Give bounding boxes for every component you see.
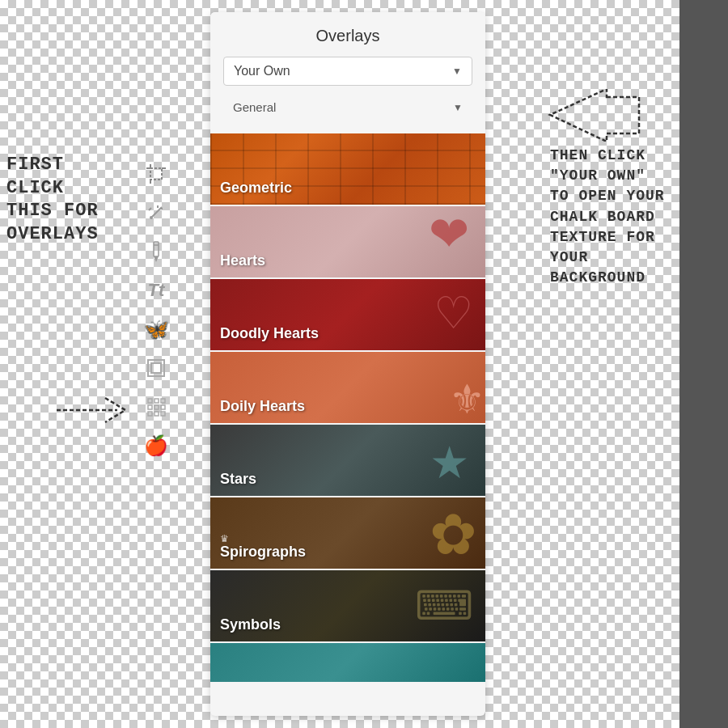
geometric-label: Geometric — [220, 180, 292, 197]
grid-pattern-icon[interactable] — [144, 395, 168, 419]
svg-rect-20 — [154, 405, 159, 409]
svg-marker-0 — [550, 89, 639, 142]
text-tool-icon[interactable]: Tt — [144, 278, 168, 303]
your-own-dropdown-value: Your Own — [234, 64, 290, 78]
svg-line-7 — [149, 208, 151, 210]
doily-hearts-label: Doily Hearts — [220, 398, 305, 415]
svg-rect-17 — [154, 399, 159, 403]
general-dropdown-value: General — [233, 100, 276, 114]
toolbar: Tt 🦋 🍎 — [136, 162, 176, 458]
general-dropdown-arrow-icon: ▼ — [453, 102, 463, 113]
general-dropdown[interactable]: General ▼ — [223, 94, 472, 121]
frame-icon[interactable] — [144, 356, 168, 380]
overlay-item-hearts[interactable]: ❤ Hearts — [210, 206, 485, 279]
spirographs-label: Spirographs — [220, 544, 306, 561]
svg-rect-18 — [161, 399, 165, 403]
overlay-item-stars[interactable]: Stars — [210, 425, 485, 497]
stars-label: Stars — [220, 471, 256, 488]
pencil-icon[interactable] — [144, 239, 168, 264]
svg-rect-1 — [150, 168, 162, 180]
symbols-label: Symbols — [220, 616, 281, 633]
panel-title: Overlays — [223, 27, 472, 45]
last-bg — [210, 643, 485, 682]
spirographs-premium-badge: ♛ — [220, 533, 229, 544]
panel-header: Overlays Your Own ▼ General ▼ — [210, 12, 485, 133]
right-sidebar-bar — [679, 0, 728, 728]
overlay-item-spirographs[interactable]: Spirographs ♛ — [210, 497, 485, 570]
butterfly-overlay-icon[interactable]: 🦋 — [144, 317, 168, 341]
your-own-dropdown[interactable]: Your Own ▼ — [223, 57, 472, 86]
overlay-item-doily-hearts[interactable]: ⚜ Doily Hearts — [210, 352, 485, 425]
overlay-item-doodly-hearts[interactable]: ♡ Doodly Hearts — [210, 279, 485, 352]
svg-rect-16 — [148, 399, 152, 403]
overlay-list[interactable]: Geometric ❤ Hearts ♡ Doodly Hearts ⚜ — [210, 133, 485, 716]
overlay-item-symbols[interactable]: Symbols — [210, 570, 485, 643]
main-container: First Click This For Overlays Then Click… — [0, 0, 728, 728]
overlay-item-geometric[interactable]: Geometric — [210, 133, 485, 206]
dropdown-arrow-icon: ▼ — [452, 66, 462, 77]
crop-tool-icon[interactable] — [144, 162, 168, 186]
overlays-panel: Overlays Your Own ▼ General ▼ Geometric — [210, 12, 485, 716]
svg-rect-19 — [148, 405, 152, 409]
right-arrow — [542, 89, 639, 138]
svg-rect-22 — [148, 412, 152, 416]
doily-overlay-icon: ⚜ — [449, 376, 485, 423]
svg-rect-15 — [151, 363, 161, 373]
left-arrow — [49, 388, 129, 429]
doodly-heart-icon: ♡ — [434, 287, 473, 339]
right-annotation-text: Then Click "Your Own" To Open Your Chalk… — [550, 146, 720, 288]
hearts-label: Hearts — [220, 252, 265, 269]
svg-rect-11 — [154, 242, 159, 256]
svg-rect-24 — [161, 412, 165, 416]
doodly-hearts-label: Doodly Hearts — [220, 325, 319, 342]
overlay-item-last[interactable] — [210, 643, 485, 684]
svg-rect-23 — [154, 412, 159, 416]
hearts-heart-icon: ❤ — [429, 210, 469, 259]
left-annotation-text: First Click This For Overlays — [6, 154, 132, 246]
apple-icon[interactable]: 🍎 — [144, 434, 168, 458]
magic-wand-icon[interactable] — [144, 201, 168, 225]
svg-marker-12 — [154, 256, 159, 262]
svg-rect-21 — [161, 405, 165, 409]
svg-point-10 — [150, 217, 152, 218]
